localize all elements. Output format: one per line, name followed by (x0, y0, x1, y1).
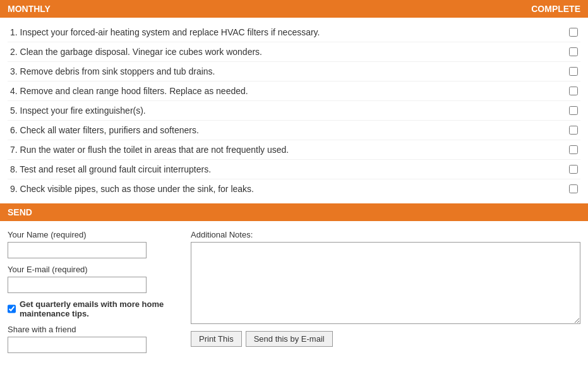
checklist-item-text: 4. Remove and clean range hood filters. … (10, 86, 563, 96)
checklist-checkbox-6[interactable] (569, 126, 578, 135)
share-label: Share with a friend (8, 325, 172, 334)
email-label: Your E-mail (required) (8, 265, 172, 274)
checklist-item: 7. Run the water or flush the toilet in … (8, 140, 580, 160)
notes-textarea[interactable] (191, 242, 580, 324)
print-button[interactable]: Print This (191, 331, 242, 347)
share-group: Share with a friend (8, 325, 172, 353)
checklist-checkbox-9[interactable] (569, 184, 578, 193)
checklist-checkbox-5[interactable] (569, 106, 578, 115)
send-layout: Your Name (required) Your E-mail (requir… (8, 230, 580, 359)
share-input[interactable] (8, 337, 147, 353)
send-right: Additional Notes: Print This Send this b… (191, 230, 580, 359)
quarterly-group: Get quarterly emails with more home main… (8, 299, 172, 318)
name-group: Your Name (required) (8, 230, 172, 258)
monthly-title: MONTHLY (8, 4, 51, 14)
checklist-item-text: 2. Clean the garbage disposal. Vinegar i… (10, 47, 563, 57)
complete-label: COMPLETE (531, 4, 580, 14)
monthly-header: MONTHLY COMPLETE (0, 0, 588, 18)
checklist-item: 9. Check visible pipes, such as those un… (8, 179, 580, 198)
checklist-checkbox-1[interactable] (569, 28, 578, 37)
quarterly-label: Get quarterly emails with more home main… (20, 299, 172, 318)
email-input[interactable] (8, 277, 147, 293)
checklist-area: 1. Inspect your forced-air heating syste… (0, 18, 588, 203)
checklist-checkbox-7[interactable] (569, 145, 578, 154)
checklist-checkbox-4[interactable] (569, 87, 578, 95)
checklist-item-text: 6. Check all water filters, purifiers an… (10, 125, 563, 135)
checklist-item-text: 9. Check visible pipes, such as those un… (10, 184, 563, 194)
checklist-item-text: 1. Inspect your forced-air heating syste… (10, 27, 563, 37)
send-email-button[interactable]: Send this by E-mail (246, 331, 333, 347)
checklist-item: 6. Check all water filters, purifiers an… (8, 121, 580, 140)
checklist-item: 2. Clean the garbage disposal. Vinegar i… (8, 42, 580, 62)
send-section: Your Name (required) Your E-mail (requir… (0, 221, 588, 367)
checklist-item: 5. Inspect your fire extinguisher(s). (8, 101, 580, 121)
checklist-item-text: 3. Remove debris from sink stoppers and … (10, 66, 563, 76)
checklist-item-text: 8. Test and reset all ground fault circu… (10, 164, 563, 174)
checklist-checkbox-3[interactable] (569, 67, 578, 76)
notes-label: Additional Notes: (191, 230, 580, 239)
checklist-checkbox-2[interactable] (569, 47, 578, 56)
checklist-item-text: 5. Inspect your fire extinguisher(s). (10, 105, 563, 116)
name-label: Your Name (required) (8, 230, 172, 239)
send-header: SEND (0, 203, 588, 221)
send-left: Your Name (required) Your E-mail (requir… (8, 230, 172, 359)
send-title: SEND (8, 207, 32, 217)
checklist-checkbox-8[interactable] (569, 165, 578, 174)
button-row: Print This Send this by E-mail (191, 331, 580, 347)
checklist-item-text: 7. Run the water or flush the toilet in … (10, 145, 563, 155)
email-group: Your E-mail (required) (8, 265, 172, 293)
name-input[interactable] (8, 242, 147, 258)
checklist-item: 1. Inspect your forced-air heating syste… (8, 23, 580, 42)
quarterly-checkbox[interactable] (8, 304, 16, 313)
checklist-item: 3. Remove debris from sink stoppers and … (8, 62, 580, 81)
checklist-item: 4. Remove and clean range hood filters. … (8, 81, 580, 101)
checklist-item: 8. Test and reset all ground fault circu… (8, 160, 580, 179)
